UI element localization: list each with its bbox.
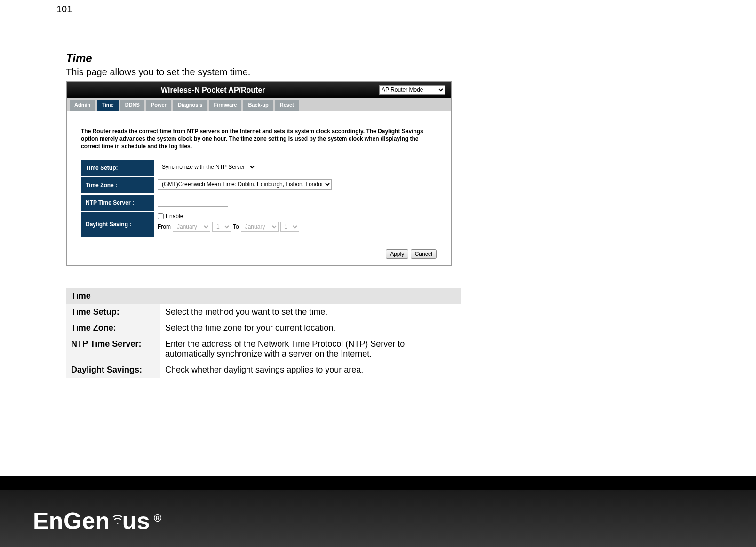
info-key: NTP Time Server: xyxy=(66,336,160,362)
select-to-day[interactable]: 1 xyxy=(280,222,299,232)
tab-power[interactable]: Power xyxy=(146,100,171,111)
info-val: Enter the address of the Network Time Pr… xyxy=(160,336,461,362)
table-row: Time Zone:Select the time zone for your … xyxy=(66,320,461,336)
table-row: Daylight Savings:Check whether daylight … xyxy=(66,362,461,378)
table-row: NTP Time Server:Enter the address of the… xyxy=(66,336,461,362)
router-header-title: Wireless-N Pocket AP/Router xyxy=(161,86,265,95)
main-content: Time This page allows you to set the sys… xyxy=(66,52,536,378)
info-key: Daylight Savings: xyxy=(66,362,160,378)
select-to-month[interactable]: January xyxy=(241,222,279,232)
tab-time[interactable]: Time xyxy=(97,100,118,111)
info-val: Select the time zone for your current lo… xyxy=(160,320,461,336)
select-time-zone[interactable]: (GMT)Greenwich Mean Time: Dublin, Edinbu… xyxy=(158,179,332,190)
select-from-day[interactable]: 1 xyxy=(212,222,231,232)
info-key: Time Setup: xyxy=(66,304,160,320)
router-header: Wireless-N Pocket AP/Router AP Router Mo… xyxy=(67,82,451,98)
label-time-zone: Time Zone : xyxy=(81,177,154,193)
row-time-zone: Time Zone : (GMT)Greenwich Mean Time: Du… xyxy=(81,177,437,193)
info-val: Select the method you want to set the ti… xyxy=(160,304,461,320)
registered-icon: ® xyxy=(154,512,162,524)
row-daylight: Daylight Saving : Enable From January 1 … xyxy=(81,212,437,237)
info-key: Time Zone: xyxy=(66,320,160,336)
tab-ddns[interactable]: DDNS xyxy=(120,100,144,111)
page-title: Time xyxy=(66,52,536,65)
tab-admin[interactable]: Admin xyxy=(70,100,95,111)
tab-firmware[interactable]: Firmware xyxy=(209,100,241,111)
router-panel: Wireless-N Pocket AP/Router AP Router Mo… xyxy=(66,81,452,266)
checkbox-enable-dst[interactable] xyxy=(158,213,164,219)
row-ntp: NTP Time Server : xyxy=(81,195,437,211)
table-row: Time Setup:Select the method you want to… xyxy=(66,304,461,320)
info-table: Time Time Setup:Select the method you wa… xyxy=(66,288,461,378)
tab-backup[interactable]: Back-up xyxy=(243,100,273,111)
tab-diagnosis[interactable]: Diagnosis xyxy=(173,100,207,111)
button-row: Apply Cancel xyxy=(67,246,451,265)
brand-text-suffix: us xyxy=(122,507,150,535)
tab-bar: Admin Time DDNS Power Diagnosis Firmware… xyxy=(67,98,451,111)
label-from: From xyxy=(158,223,171,230)
label-time-setup: Time Setup: xyxy=(81,160,154,176)
table-row: Time xyxy=(66,288,461,304)
label-ntp: NTP Time Server : xyxy=(81,195,154,211)
router-description: The Router reads the correct time from N… xyxy=(81,127,434,151)
tab-reset[interactable]: Reset xyxy=(275,100,299,111)
select-from-month[interactable]: January xyxy=(173,222,210,232)
mode-select[interactable]: AP Router Mode xyxy=(379,85,445,95)
apply-button[interactable]: Apply xyxy=(386,249,408,259)
page-number: 101 xyxy=(56,4,72,15)
label-enable: Enable xyxy=(166,213,183,220)
row-time-setup: Time Setup: Synchronize with the NTP Ser… xyxy=(81,160,437,176)
info-val: Check whether daylight savings applies t… xyxy=(160,362,461,378)
brand-logo: EnGen us® xyxy=(33,507,159,535)
wifi-icon xyxy=(112,512,123,524)
select-time-setup[interactable]: Synchronize with the NTP Server xyxy=(158,162,256,172)
brand-text-prefix: EnGen xyxy=(33,507,110,535)
input-ntp-server[interactable] xyxy=(158,197,228,207)
page-footer: EnGen us® xyxy=(0,476,756,547)
info-header: Time xyxy=(66,288,461,304)
cancel-button[interactable]: Cancel xyxy=(411,249,437,259)
label-to: To xyxy=(233,223,239,230)
page-subtitle: This page allows you to set the system t… xyxy=(66,67,536,78)
label-daylight: Daylight Saving : xyxy=(81,212,154,237)
router-body: The Router reads the correct time from N… xyxy=(67,111,451,246)
